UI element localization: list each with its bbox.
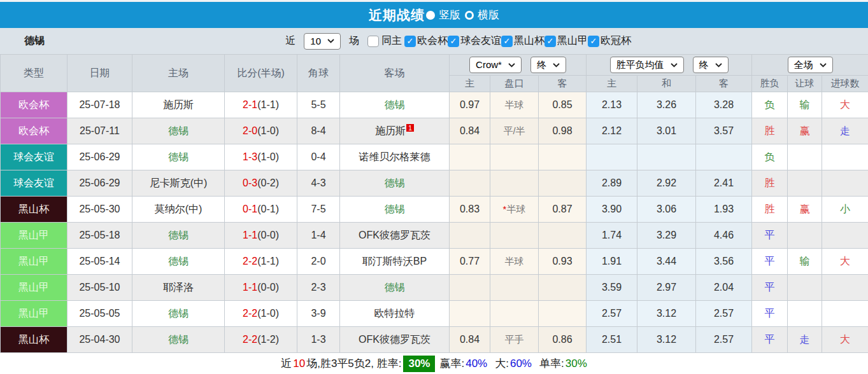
match-date: 25-05-10 — [68, 275, 132, 301]
odds-home — [450, 144, 490, 170]
result-wdl: 平 — [752, 223, 788, 249]
sub-header-handicap: 盘口 — [490, 76, 539, 92]
table-row: 欧会杯 25-07-11 德锡 2-0(1-0) 8-4 施历斯1 0.84 平… — [1, 118, 868, 144]
results-body: 欧会杯 25-07-18 施历斯 2-1(1-1) 5-5 德锡 0.97 半球… — [1, 92, 868, 353]
radio-vertical-layout[interactable]: 竖版 — [426, 8, 460, 22]
competition-filter[interactable]: ✓欧会杯 — [404, 34, 448, 48]
checkbox-checked-icon[interactable]: ✓ — [544, 36, 556, 47]
col-header-date: 日期 — [68, 55, 132, 92]
checkbox-checked-icon[interactable]: ✓ — [448, 36, 459, 47]
half-time-score: (0-1) — [257, 204, 279, 214]
table-row: 球会友谊 25-06-29 尼卡斯克(中) 0-3(0-2) 4-3 德锡 2.… — [1, 170, 868, 197]
recent-count-select[interactable]: 10 — [304, 33, 341, 50]
summary-footer: 近10场,胜3平5负2, 胜率: 30% 赢率:40% 大:60% 单率:30% — [0, 353, 868, 374]
full-time-score: 1-1 — [243, 282, 257, 293]
avg-away: 4.46 — [696, 223, 752, 249]
table-row: 黑山甲 25-05-05 德锡 2-2(1-0) 3-9 欧特拉特 2.57 3… — [1, 301, 868, 327]
radio-horizontal-label: 横版 — [478, 8, 499, 22]
avg-away: 2.04 — [696, 275, 752, 301]
odds-away: 0.98 — [539, 118, 587, 144]
layout-radio-group: 竖版 横版 — [426, 8, 499, 22]
odds-away: 0.87 — [539, 197, 587, 223]
radio-vertical-label: 竖版 — [439, 8, 460, 22]
competition-filter[interactable]: ✓欧冠杯 — [588, 34, 631, 48]
avg-home: 3.90 — [587, 197, 637, 223]
handicap — [490, 223, 539, 249]
competition-filter[interactable]: ✓球会友谊 — [448, 34, 501, 48]
single-value: 30% — [566, 357, 587, 370]
radio-unselected-icon[interactable] — [465, 11, 474, 20]
bookmaker-header-group: Crow* 终 — [450, 55, 587, 76]
match-type-badge: 球会友谊 — [1, 170, 68, 197]
full-time-score: 0-1 — [243, 204, 257, 214]
corners: 3-9 — [297, 301, 340, 327]
team-name: 德锡 — [24, 34, 45, 48]
checkbox-checked-icon[interactable]: ✓ — [404, 36, 416, 47]
result-handicap — [788, 144, 822, 170]
result-goals — [822, 170, 868, 197]
single-label: 单率: — [539, 356, 564, 371]
sub-header-avg-home: 主 — [587, 76, 637, 92]
competition-filter[interactable]: ✓黑山杯 — [501, 34, 544, 48]
competition-filter-label: 球会友谊 — [460, 34, 501, 48]
col-header-home: 主场 — [132, 55, 225, 92]
score: 2-2(1-2) — [225, 327, 297, 353]
odds-home: 0.77 — [450, 249, 490, 275]
checkbox-checked-icon[interactable]: ✓ — [501, 36, 513, 47]
recent-prefix-label: 近 — [285, 34, 295, 48]
result-goals: 大 — [822, 327, 868, 353]
handicap — [490, 275, 539, 301]
result-goals: 小 — [822, 197, 868, 223]
result-goals — [822, 223, 868, 249]
half-time-score: (1-2) — [257, 334, 279, 345]
scope-select[interactable]: 全场 — [788, 57, 833, 73]
away-team: 德锡 — [340, 170, 450, 197]
score: 2-2(1-1) — [225, 249, 297, 275]
match-date: 25-05-05 — [68, 301, 132, 327]
avg-home: 3.59 — [587, 275, 637, 301]
checkbox-checked-icon[interactable]: ✓ — [588, 36, 599, 47]
average-select[interactable]: 胜平负均值 — [610, 57, 684, 73]
half-time-score: (1-1) — [257, 99, 279, 110]
home-team: 尼卡斯克(中) — [132, 170, 225, 197]
competition-filters: ✓欧会杯✓球会友谊✓黑山杯✓黑山甲✓欧冠杯 — [404, 34, 631, 48]
result-goals — [822, 144, 868, 170]
corners: 1-3 — [297, 327, 340, 353]
odds-away: 0.93 — [539, 249, 587, 275]
same-home-checkbox[interactable] — [367, 36, 379, 47]
radio-horizontal-layout[interactable]: 横版 — [465, 8, 499, 22]
avg-home: 2.51 — [587, 327, 637, 353]
corners: 2-0 — [297, 249, 340, 275]
competition-filter[interactable]: ✓黑山甲 — [544, 34, 588, 48]
score: 2-0(1-0) — [225, 118, 297, 144]
result-wdl: 负 — [752, 144, 788, 170]
col-header-away: 客场 — [340, 55, 450, 92]
away-team: OFK彼德罗瓦茨 — [340, 223, 450, 249]
match-type-badge: 黑山甲 — [1, 275, 68, 301]
home-team: 德锡 — [132, 301, 225, 327]
odds-home — [450, 223, 490, 249]
half-time-score: (1-0) — [257, 151, 279, 162]
home-team: 德锡 — [132, 249, 225, 275]
chevron-down-icon — [508, 63, 515, 67]
table-row: 黑山甲 25-05-10 耶泽洛 1-1(0-0) 2-3 德锡 3.59 2.… — [1, 275, 868, 301]
result-wdl: 平 — [752, 327, 788, 353]
bookmaker-select[interactable]: Crow* — [469, 57, 522, 73]
odds-home: 0.84 — [450, 327, 490, 353]
full-time-score: 1-3 — [243, 151, 257, 162]
chevron-down-icon — [715, 63, 722, 67]
summary-rest: 场,胜3平5负2, 胜率: — [306, 356, 401, 371]
chevron-down-icon — [671, 63, 678, 67]
sub-header-avg-away: 客 — [696, 76, 752, 92]
away-team: 诺维贝尔格莱德 — [340, 144, 450, 170]
match-date: 25-05-30 — [68, 197, 132, 223]
bookmaker-stage-select[interactable]: 终 — [530, 57, 566, 73]
away-team: 耶汀斯特沃BP — [340, 249, 450, 275]
score: 0-1(0-1) — [225, 197, 297, 223]
avg-draw: 3.44 — [637, 249, 696, 275]
home-team: 德锡 — [132, 144, 225, 170]
radio-selected-icon[interactable] — [426, 11, 435, 20]
average-stage-select[interactable]: 终 — [693, 57, 729, 73]
handicap: 平/半 — [490, 118, 539, 144]
chevron-down-icon — [553, 63, 560, 67]
